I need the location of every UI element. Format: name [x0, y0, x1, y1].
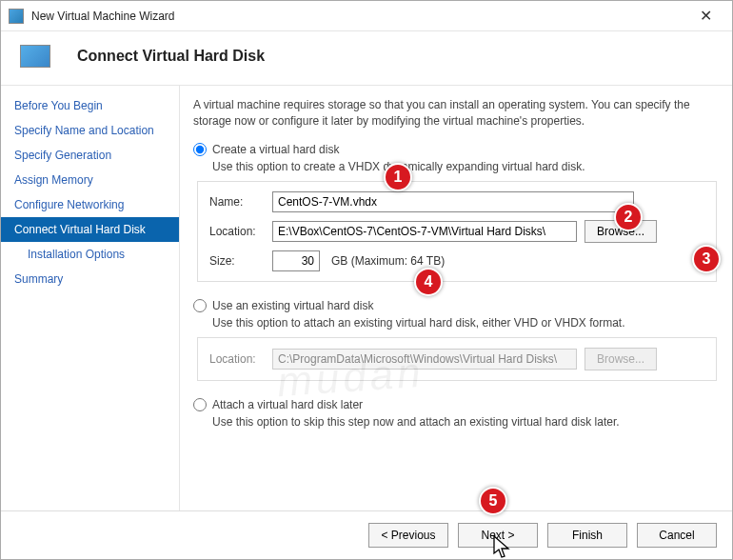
radio-existing-label: Use an existing virtual hard disk [212, 299, 373, 312]
finish-button[interactable]: Finish [547, 523, 627, 548]
size-label: Size: [209, 254, 265, 268]
sidebar-item[interactable]: Installation Options [1, 242, 179, 267]
option-create: Create a virtual hard disk Use this opti… [193, 143, 717, 282]
create-fields: Name: Location: Browse... Size: GB (Maxi… [197, 181, 717, 282]
existing-location-input [272, 349, 577, 370]
app-icon [9, 9, 24, 24]
header: Connect Virtual Hard Disk [1, 31, 732, 85]
sidebar-item[interactable]: Summary [1, 267, 179, 291]
radio-create[interactable] [193, 143, 207, 156]
option-create-desc: Use this option to create a VHDX dynamic… [212, 160, 717, 173]
wizard-icon [20, 45, 50, 68]
name-label: Name: [209, 195, 265, 209]
existing-fields: Location: Browse... [197, 337, 717, 381]
radio-existing[interactable] [193, 299, 207, 312]
sidebar-item-active[interactable]: Connect Virtual Hard Disk [1, 217, 179, 242]
sidebar-item[interactable]: Specify Name and Location [1, 118, 179, 143]
option-existing: Use an existing virtual hard disk Use th… [193, 299, 717, 381]
window-title: New Virtual Machine Wizard [31, 10, 686, 23]
location-label: Location: [209, 225, 265, 238]
location-input[interactable] [272, 221, 577, 242]
content: A virtual machine requires storage so th… [180, 86, 726, 510]
sidebar: Before You Begin Specify Name and Locati… [1, 86, 180, 510]
previous-button[interactable]: < Previous [368, 523, 448, 548]
close-icon[interactable]: ✕ [686, 7, 724, 25]
body: Before You Begin Specify Name and Locati… [1, 85, 732, 510]
sidebar-item[interactable]: Assign Memory [1, 168, 179, 192]
option-later: Attach a virtual hard disk later Use thi… [193, 398, 717, 429]
sidebar-item[interactable]: Before You Begin [1, 93, 179, 118]
radio-later[interactable] [193, 398, 207, 411]
sidebar-item[interactable]: Configure Networking [1, 192, 179, 217]
existing-location-label: Location: [209, 352, 265, 366]
cancel-button[interactable]: Cancel [637, 523, 717, 548]
browse-button[interactable]: Browse... [584, 220, 657, 243]
intro-text: A virtual machine requires storage so th… [193, 97, 717, 130]
next-button[interactable]: Next > [458, 523, 538, 548]
footer: < Previous Next > Finish Cancel [1, 510, 732, 559]
name-input[interactable] [272, 191, 634, 212]
sidebar-item[interactable]: Specify Generation [1, 143, 179, 168]
size-input[interactable] [272, 250, 320, 271]
option-later-desc: Use this option to skip this step now an… [212, 415, 717, 429]
wizard-window: New Virtual Machine Wizard ✕ Connect Vir… [0, 0, 733, 560]
option-existing-desc: Use this option to attach an existing vi… [212, 316, 717, 330]
page-title: Connect Virtual Hard Disk [77, 48, 265, 65]
radio-create-label: Create a virtual hard disk [212, 143, 339, 156]
existing-browse-button: Browse... [584, 348, 657, 370]
size-unit: GB (Maximum: 64 TB) [331, 254, 445, 268]
radio-later-label: Attach a virtual hard disk later [212, 398, 363, 411]
titlebar: New Virtual Machine Wizard ✕ [1, 1, 732, 31]
